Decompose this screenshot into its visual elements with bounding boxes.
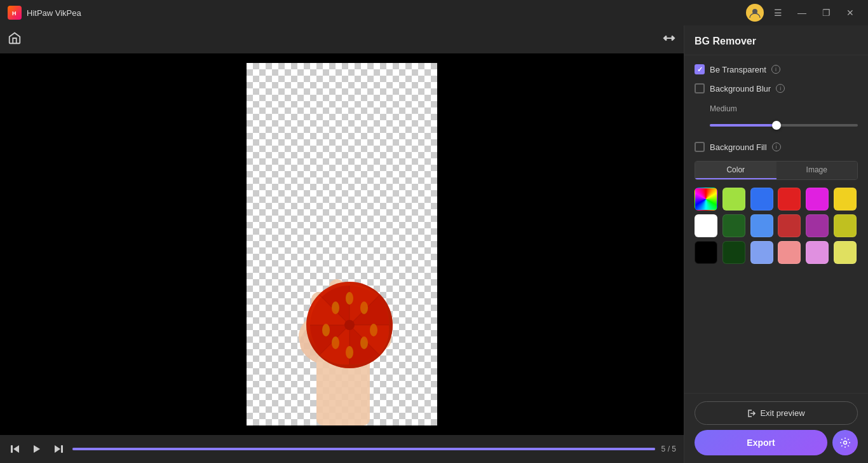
color-swatch-dark-red[interactable]	[778, 214, 801, 237]
be-transparent-label: Be Transparent	[710, 65, 766, 74]
blur-slider-section: Medium	[695, 102, 858, 132]
be-transparent-checkbox[interactable]	[695, 64, 705, 74]
svg-point-26	[344, 320, 355, 330]
color-swatch-dark-green[interactable]	[722, 214, 745, 237]
color-swatch-white[interactable]	[695, 214, 717, 237]
titlebar: H HitPaw VikPea ☰ — ❐ ✕	[0, 0, 868, 25]
user-avatar[interactable]	[746, 4, 764, 22]
color-swatch-light-purple[interactable]	[806, 241, 829, 264]
tab-image[interactable]: Image	[776, 162, 858, 179]
home-button[interactable]	[8, 31, 22, 48]
video-canvas	[0, 53, 684, 435]
playback-controls: 5 / 5	[0, 435, 684, 463]
main-content: 5 / 5 BG Remover Be Transparent i Backgr…	[0, 25, 868, 463]
blur-slider-thumb[interactable]	[772, 121, 781, 130]
color-grid-row2	[695, 214, 858, 237]
export-settings-button[interactable]	[832, 430, 858, 455]
background-fill-row: Background Fill i	[695, 142, 858, 152]
frame-counter: 5 / 5	[661, 445, 676, 453]
background-blur-info-icon[interactable]: i	[776, 84, 785, 93]
color-swatch-very-dark-green[interactable]	[722, 241, 745, 264]
svg-point-32	[844, 441, 847, 445]
color-swatch-purple[interactable]	[806, 214, 829, 237]
panel-header: BG Remover	[684, 25, 868, 55]
background-fill-checkbox[interactable]	[695, 142, 705, 152]
blur-level-row: Medium	[710, 102, 858, 114]
color-swatch-blue[interactable]	[750, 188, 773, 211]
step-forward-button[interactable]	[51, 441, 66, 457]
export-row: Export	[695, 430, 858, 455]
background-blur-row: Background Blur i	[695, 83, 858, 93]
svg-rect-30	[61, 445, 63, 453]
blur-level-text: Medium	[710, 104, 737, 113]
tab-color[interactable]: Color	[695, 162, 776, 179]
titlebar-controls: ☰ — ❐ ✕	[746, 4, 860, 22]
play-button[interactable]	[29, 441, 44, 457]
preview-canvas	[247, 63, 437, 425]
svg-marker-28	[13, 445, 19, 453]
app-logo: H	[8, 6, 22, 20]
app-title-text: HitPaw VikPea	[27, 8, 81, 18]
color-swatch-light-blue[interactable]	[750, 214, 773, 237]
fill-section: Color Image	[695, 161, 858, 264]
panel-title: BG Remover	[695, 36, 756, 46]
background-fill-info-icon[interactable]: i	[772, 142, 781, 151]
exit-preview-button[interactable]: Exit preview	[695, 401, 858, 425]
color-grid-row3	[695, 241, 858, 264]
background-blur-label: Background Blur	[710, 84, 771, 93]
color-grid-row1	[695, 188, 858, 211]
color-swatch-pale-yellow[interactable]	[834, 241, 857, 264]
blur-slider-container[interactable]	[710, 119, 858, 132]
blur-slider-fill	[710, 124, 776, 127]
panel-footer: Exit preview Export	[684, 393, 868, 463]
color-swatch-pale-blue[interactable]	[750, 241, 773, 264]
color-swatch-rainbow[interactable]	[695, 188, 717, 211]
titlebar-left: H HitPaw VikPea	[8, 6, 81, 20]
color-swatch-red[interactable]	[778, 188, 801, 211]
blur-slider-track	[710, 124, 858, 127]
svg-rect-27	[11, 445, 13, 453]
fill-tabs: Color Image	[695, 161, 858, 180]
close-button[interactable]: ✕	[840, 4, 860, 22]
video-area: 5 / 5	[0, 25, 684, 463]
video-toolbar	[0, 25, 684, 53]
compare-button[interactable]	[662, 31, 676, 48]
background-fill-label: Background Fill	[710, 142, 767, 152]
color-swatch-yellow-green[interactable]	[834, 214, 857, 237]
minimize-button[interactable]: —	[792, 4, 812, 22]
svg-text:H: H	[12, 10, 17, 17]
svg-marker-31	[55, 445, 60, 453]
color-swatch-yellow[interactable]	[834, 188, 857, 211]
svg-marker-29	[34, 445, 40, 453]
export-button[interactable]: Export	[695, 430, 827, 455]
step-back-button[interactable]	[8, 441, 23, 457]
be-transparent-info-icon[interactable]: i	[771, 65, 780, 74]
color-swatch-pink[interactable]	[778, 241, 801, 264]
exit-preview-label: Exit preview	[760, 408, 804, 418]
progress-bar[interactable]	[72, 448, 655, 450]
right-panel: BG Remover Be Transparent i Background B…	[684, 25, 868, 463]
menu-button[interactable]: ☰	[768, 4, 788, 22]
background-blur-checkbox[interactable]	[695, 83, 705, 93]
be-transparent-row: Be Transparent i	[695, 64, 858, 74]
color-swatch-magenta[interactable]	[806, 188, 829, 211]
panel-content: Be Transparent i Background Blur i Mediu…	[684, 55, 868, 393]
maximize-button[interactable]: ❐	[816, 4, 836, 22]
color-swatch-black[interactable]	[695, 241, 717, 264]
color-swatch-green-bright[interactable]	[722, 188, 745, 211]
